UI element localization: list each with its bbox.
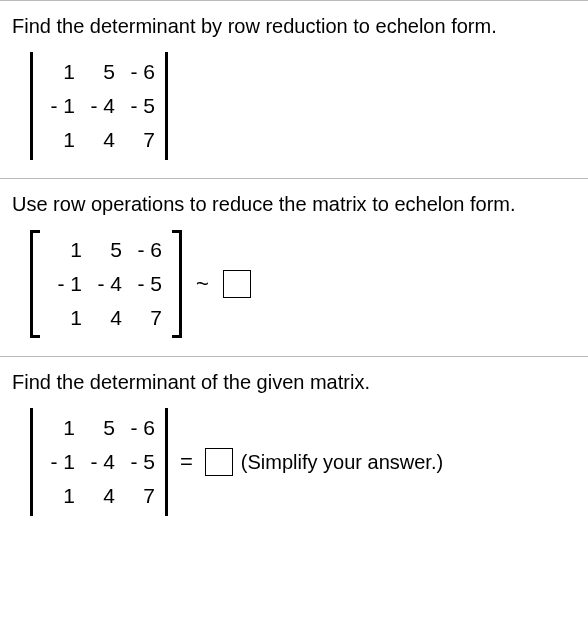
equals-symbol: = xyxy=(176,449,197,475)
row-reduce-line: 1 5 - 6 - 1 - 4 - 5 1 4 7 ~ xyxy=(30,230,576,338)
section-3: Find the determinant of the given matrix… xyxy=(0,357,588,534)
simplify-note: (Simplify your answer.) xyxy=(241,451,443,474)
determinant-answer-input[interactable] xyxy=(205,448,233,476)
cell: 4 xyxy=(79,484,119,508)
cell: - 6 xyxy=(119,60,159,84)
matrix-grid: 1 5 - 6 - 1 - 4 - 5 1 4 7 xyxy=(33,408,165,516)
det-matrix-3: 1 5 - 6 - 1 - 4 - 5 1 4 7 xyxy=(30,408,168,516)
cell: 7 xyxy=(126,306,166,330)
cell: - 4 xyxy=(79,450,119,474)
bracket-right xyxy=(172,230,182,338)
prompt-1: Find the determinant by row reduction to… xyxy=(12,15,576,38)
cell: 1 xyxy=(39,128,79,152)
cell: 7 xyxy=(119,484,159,508)
cell: 5 xyxy=(79,416,119,440)
cell: 4 xyxy=(86,306,126,330)
cell: - 5 xyxy=(119,450,159,474)
cell: - 1 xyxy=(46,272,86,296)
cell: 4 xyxy=(79,128,119,152)
section-2: Use row operations to reduce the matrix … xyxy=(0,179,588,356)
echelon-answer-input[interactable] xyxy=(223,270,251,298)
det-bar-right xyxy=(165,52,168,160)
cell: - 5 xyxy=(119,94,159,118)
det-bar-right xyxy=(165,408,168,516)
cell: 1 xyxy=(46,306,86,330)
cell: 7 xyxy=(119,128,159,152)
matrix-grid: 1 5 - 6 - 1 - 4 - 5 1 4 7 xyxy=(40,230,172,338)
cell: - 4 xyxy=(79,94,119,118)
cell: 1 xyxy=(39,484,79,508)
determinant-display-1: 1 5 - 6 - 1 - 4 - 5 1 4 7 xyxy=(30,52,576,160)
cell: 1 xyxy=(46,238,86,262)
section-1: Find the determinant by row reduction to… xyxy=(0,1,588,178)
cell: 5 xyxy=(86,238,126,262)
bracket-left xyxy=(30,230,40,338)
prompt-2: Use row operations to reduce the matrix … xyxy=(12,193,576,216)
cell: - 1 xyxy=(39,450,79,474)
det-matrix-1: 1 5 - 6 - 1 - 4 - 5 1 4 7 xyxy=(30,52,168,160)
tilde-symbol: ~ xyxy=(190,271,215,297)
cell: 5 xyxy=(79,60,119,84)
cell: - 4 xyxy=(86,272,126,296)
prompt-3: Find the determinant of the given matrix… xyxy=(12,371,576,394)
determinant-eval-line: 1 5 - 6 - 1 - 4 - 5 1 4 7 = (Simplify yo… xyxy=(30,408,576,516)
bracket-matrix: 1 5 - 6 - 1 - 4 - 5 1 4 7 xyxy=(30,230,182,338)
matrix-grid: 1 5 - 6 - 1 - 4 - 5 1 4 7 xyxy=(33,52,165,160)
cell: 1 xyxy=(39,416,79,440)
cell: 1 xyxy=(39,60,79,84)
cell: - 5 xyxy=(126,272,166,296)
cell: - 1 xyxy=(39,94,79,118)
cell: - 6 xyxy=(126,238,166,262)
cell: - 6 xyxy=(119,416,159,440)
